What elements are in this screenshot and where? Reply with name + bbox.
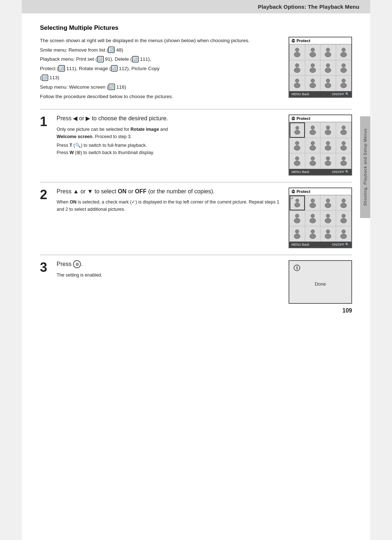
svg-point-24 xyxy=(295,126,299,129)
svg-point-50 xyxy=(311,199,314,202)
svg-point-35 xyxy=(310,145,316,150)
cam-cell xyxy=(336,60,351,76)
step-1-number: 1 xyxy=(40,115,53,128)
cam-cell xyxy=(305,138,320,153)
svg-point-53 xyxy=(325,203,331,207)
svg-point-30 xyxy=(342,126,345,129)
svg-point-42 xyxy=(311,157,314,160)
intro-smile: Smile menu: Remove from list (🔄 48) xyxy=(40,46,274,54)
svg-point-45 xyxy=(325,161,331,166)
svg-point-40 xyxy=(295,157,299,160)
svg-point-22 xyxy=(342,79,345,82)
svg-point-12 xyxy=(326,64,330,67)
cam-footer-back-step2: MENU Back xyxy=(291,243,309,246)
cam-cell xyxy=(290,60,305,76)
svg-point-1 xyxy=(294,52,300,57)
cam-cell xyxy=(320,196,336,211)
svg-point-39 xyxy=(340,145,347,150)
cam-cell xyxy=(305,211,320,226)
done-text: Done xyxy=(294,281,347,287)
cam-cell xyxy=(305,153,320,169)
ok-button-icon: ⊙ xyxy=(73,260,81,268)
svg-point-9 xyxy=(294,68,300,72)
icon-print: 🔄 xyxy=(97,56,104,63)
page-number: 109 xyxy=(342,307,352,314)
svg-point-16 xyxy=(295,79,299,82)
cam-cell xyxy=(305,196,320,211)
cam-footer-onoff: ON/OFF 🔍 xyxy=(332,92,350,96)
svg-point-7 xyxy=(340,52,347,57)
step-1-sub2: Press T (🔍) to switch to full-frame play… xyxy=(57,142,281,156)
cam-header-step1: On Protect xyxy=(289,115,351,122)
svg-point-68 xyxy=(326,230,330,233)
cam-cell xyxy=(320,76,336,91)
cam-footer-back-step1: MENU Back xyxy=(291,170,309,174)
step-1-heading: Press ◀ or ▶ to choose the desired pictu… xyxy=(57,114,281,122)
svg-point-38 xyxy=(342,141,345,145)
svg-point-11 xyxy=(310,68,316,72)
cam-footer-onoff-step1: ON/OFF 🔍 xyxy=(332,170,350,174)
svg-point-6 xyxy=(342,48,345,52)
cam-cell xyxy=(320,60,336,76)
svg-point-52 xyxy=(326,199,330,202)
icon-setup: 🔄 xyxy=(109,84,115,90)
svg-point-46 xyxy=(342,157,345,160)
cam-screen-intro: On Protect xyxy=(289,37,352,98)
intro-protect: Protect (🔄 111), Rotate image (🔄 112), P… xyxy=(40,65,274,73)
step-2-number: 2 xyxy=(40,188,53,201)
page-header: Playback Options: The Playback Menu xyxy=(22,0,370,13)
cam-cell xyxy=(305,45,320,60)
svg-point-71 xyxy=(340,234,347,238)
cam-cell xyxy=(336,196,351,211)
svg-point-51 xyxy=(310,203,316,207)
cam-footer-intro: MENU Back ON/OFF 🔍 xyxy=(289,91,351,97)
divider-1 xyxy=(40,109,352,109)
cam-footer-step1: MENU Back ON/OFF 🔍 xyxy=(289,169,351,175)
svg-point-3 xyxy=(310,52,316,57)
step-1-content: Press ◀ or ▶ to choose the desired pictu… xyxy=(57,114,281,157)
cam-cell xyxy=(336,45,351,60)
icon-copy: 🔄 xyxy=(42,74,48,81)
svg-point-48 xyxy=(295,199,299,202)
svg-point-56 xyxy=(295,214,299,218)
cam-cell xyxy=(336,76,351,91)
svg-point-32 xyxy=(295,141,299,145)
svg-point-15 xyxy=(340,68,347,72)
cam-cell xyxy=(290,45,305,60)
info-icon: ℹ xyxy=(294,265,300,271)
cam-cell xyxy=(290,76,305,91)
cam-cell xyxy=(305,60,320,76)
step-3-content: Press ⊙. The setting is enabled. xyxy=(57,260,281,280)
cam-cell xyxy=(290,211,305,226)
step-1-sub1: Only one picture can be selected for Rot… xyxy=(57,126,281,140)
svg-point-33 xyxy=(294,145,300,150)
cam-footer-step2: MENU Back ON/OFF 🔍 xyxy=(289,242,351,247)
svg-point-64 xyxy=(295,230,299,233)
svg-point-59 xyxy=(310,218,316,223)
svg-point-28 xyxy=(326,126,330,129)
intro-para1: The screen shown at right will be displa… xyxy=(40,37,274,100)
icon-protect: 🔄 xyxy=(58,65,65,72)
step-3-row: 3 Press ⊙. The setting is enabled. ℹ Don… xyxy=(40,260,352,304)
svg-point-44 xyxy=(326,157,330,160)
cam-cell xyxy=(320,138,336,153)
svg-point-8 xyxy=(295,64,299,67)
svg-point-0 xyxy=(295,48,299,52)
svg-point-57 xyxy=(294,218,300,223)
svg-point-19 xyxy=(310,83,316,88)
done-screen: ℹ Done xyxy=(289,260,352,304)
svg-point-47 xyxy=(340,161,347,166)
svg-point-21 xyxy=(325,83,331,88)
cam-cell xyxy=(290,138,305,153)
svg-point-34 xyxy=(311,141,314,145)
svg-point-18 xyxy=(311,79,314,82)
intro-block: The screen shown at right will be displa… xyxy=(40,37,352,102)
svg-point-29 xyxy=(325,130,331,135)
section-title: Selecting Multiple Pictures xyxy=(40,24,352,32)
svg-point-43 xyxy=(310,161,316,166)
step-3-sub1: The setting is enabled. xyxy=(57,271,281,279)
cam-title-step1: Protect xyxy=(297,116,310,121)
cam-cell xyxy=(320,122,336,138)
svg-point-31 xyxy=(340,130,347,135)
svg-point-14 xyxy=(342,64,345,67)
